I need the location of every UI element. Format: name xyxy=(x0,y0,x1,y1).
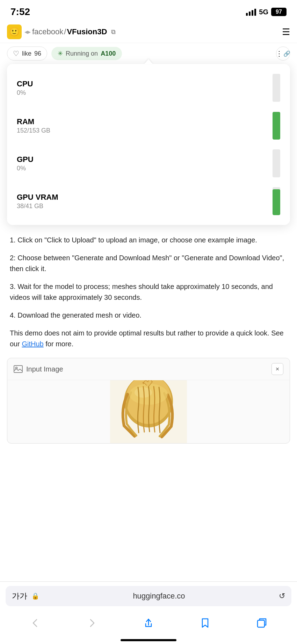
image-icon xyxy=(14,365,23,373)
repo-title: facebook / VFusion3D ⧉ xyxy=(32,27,282,36)
text-size-label: 가가 xyxy=(12,591,27,601)
status-icons: 5G 97 xyxy=(246,8,287,16)
url-bar[interactable]: 가가 🔒 huggingface.co ↺ xyxy=(6,586,291,606)
gpu-metric-row: GPU 0% xyxy=(17,149,280,177)
bookmarks-icon xyxy=(200,617,211,629)
status-time: 7:52 xyxy=(10,6,30,17)
gpu-vram-bar xyxy=(273,187,280,215)
gpu-value: 0% xyxy=(17,165,273,172)
content-area: 1. Click on "Click to Upload" to upload … xyxy=(0,225,297,349)
avatar: 🙂 xyxy=(7,24,22,39)
instruction-3: 3. Wait for the model to process; meshes… xyxy=(10,281,287,303)
gpu-vram-metric-row: GPU VRAM 38/41 GB xyxy=(17,187,280,215)
signal-bars-icon xyxy=(246,8,256,16)
title-slash: / xyxy=(64,27,66,36)
instruction-1: 1. Click on "Click to Upload" to upload … xyxy=(10,235,287,246)
heart-icon: ♡ xyxy=(13,49,19,58)
forward-button[interactable] xyxy=(79,614,104,632)
cpu-label: CPU xyxy=(17,79,273,89)
battery-icon: 97 xyxy=(271,8,287,16)
refresh-icon[interactable]: ↺ xyxy=(279,592,285,601)
ram-metric-row: RAM 152/153 GB xyxy=(17,112,280,140)
gpu-info: GPU 0% xyxy=(17,155,273,172)
cpu-bar xyxy=(273,74,280,102)
header: 🙂 ◂▸ facebook / VFusion3D ⧉ ☰ xyxy=(0,21,297,43)
github-link[interactable]: GitHub xyxy=(22,340,43,348)
forward-icon xyxy=(86,617,97,629)
share-button[interactable] xyxy=(136,614,161,632)
tabs-icon xyxy=(256,617,267,629)
gpu-label: GPU xyxy=(17,155,273,164)
cpu-metric-row: CPU 0% xyxy=(17,74,280,102)
close-button[interactable]: × xyxy=(271,363,283,375)
dropdown-arrow xyxy=(144,59,153,64)
instruction-4: 4. Download the generated mesh or video. xyxy=(10,310,287,321)
metrics-dropdown: CPU 0% RAM 152/153 GB GPU 0% GPU VRAM 38… xyxy=(7,64,290,225)
ram-value: 152/153 GB xyxy=(17,127,273,134)
url-domain: huggingface.co xyxy=(43,592,275,601)
back-button[interactable] xyxy=(23,614,48,632)
bottom-bar: 가가 🔒 huggingface.co ↺ xyxy=(0,581,297,644)
instruction-2: 2: Choose between "Generate and Download… xyxy=(10,253,287,274)
ram-bar xyxy=(273,112,280,140)
more-options-button[interactable]: ⋮ 🔗 xyxy=(276,47,290,61)
gpu-vram-label: GPU VRAM xyxy=(17,193,273,202)
copy-icon[interactable]: ⧉ xyxy=(111,28,116,36)
svg-rect-0 xyxy=(14,366,22,373)
gpu-bar xyxy=(273,149,280,177)
input-image-header: Input Image × xyxy=(7,358,290,380)
ai-icon: ◂▸ xyxy=(24,28,31,36)
running-label: Running on xyxy=(66,50,98,57)
input-image-preview xyxy=(110,380,187,443)
menu-icon[interactable]: ☰ xyxy=(282,27,290,37)
link-icon: 🔗 xyxy=(283,50,290,57)
running-value: A100 xyxy=(101,50,116,57)
repo-name: VFusion3D xyxy=(67,27,107,36)
note-end: for more. xyxy=(44,340,74,348)
cpu-value: 0% xyxy=(17,89,273,97)
like-count: 96 xyxy=(34,50,41,57)
input-image-body xyxy=(7,380,290,443)
nav-bar xyxy=(0,610,297,639)
gear-icon: ✳ xyxy=(58,50,63,57)
ram-label: RAM xyxy=(17,117,273,126)
share-icon xyxy=(143,617,154,629)
org-name: facebook xyxy=(32,27,63,36)
more-dots-icon: ⋮ xyxy=(276,49,283,58)
input-image-section: Input Image × xyxy=(7,358,290,444)
tabs-button[interactable] xyxy=(249,614,274,632)
status-bar: 7:52 5G 97 xyxy=(0,0,297,21)
gpu-vram-info: GPU VRAM 38/41 GB xyxy=(17,193,273,210)
home-indicator xyxy=(121,639,176,641)
signal-5g-label: 5G xyxy=(259,8,268,16)
lock-icon: 🔒 xyxy=(31,592,39,600)
like-label: like xyxy=(22,50,31,57)
note-text: This demo does not aim to provide optima… xyxy=(10,328,287,349)
input-image-label: Input Image xyxy=(14,365,63,373)
gpu-vram-value: 38/41 GB xyxy=(17,203,273,210)
ram-info: RAM 152/153 GB xyxy=(17,117,273,134)
svg-rect-8 xyxy=(258,620,265,627)
like-button[interactable]: ♡ like 96 xyxy=(7,47,47,61)
running-button[interactable]: ✳ Running on A100 xyxy=(51,47,122,60)
bookmarks-button[interactable] xyxy=(193,614,218,632)
back-icon xyxy=(30,617,41,629)
cpu-info: CPU 0% xyxy=(17,79,273,97)
